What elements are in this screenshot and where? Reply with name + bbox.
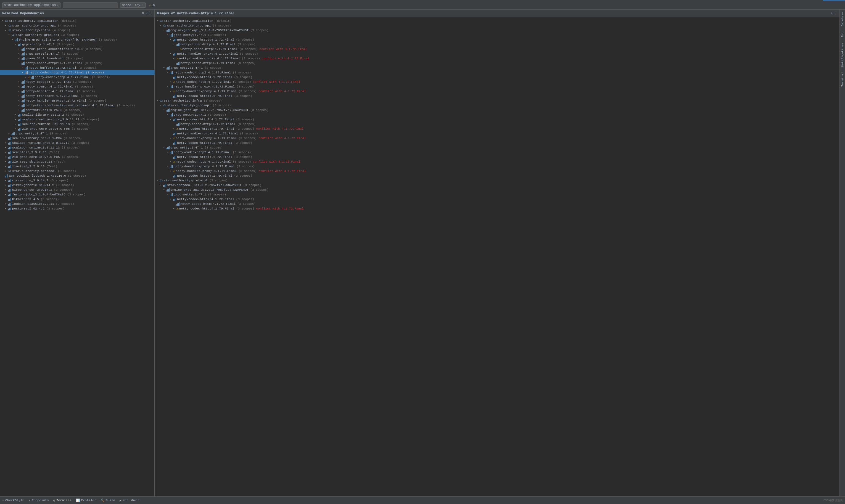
r-node-infra-handler-proxy-2[interactable]: netty-handler-proxy:4.1.72.Final (3 scop… [155, 164, 840, 169]
node-netty-codec-http-warning[interactable]: ⚠ netty-codec-http:4.1.79.Final (3 scope… [0, 75, 154, 79]
node-engine-grpc[interactable]: engine-grpc-api_3:1.0.2-7957f7b7-SNAPSHO… [0, 37, 154, 42]
r-node-infra-engine[interactable]: engine-grpc-api_3:1.0.2-7957f7b7-SNAPSHO… [155, 108, 840, 112]
r-node-infra-codec-warn[interactable]: ⚠ netty-codec-http:4.1.79.Final (3 scope… [155, 126, 840, 131]
r-node-infra[interactable]: 🗂 star-authority-infra (3 scopes) [155, 98, 840, 103]
node-netty-codec-http-selected[interactable]: netty-codec-http:4.1.72.Final (3 scopes) [0, 70, 154, 75]
bottom-profiler[interactable]: 📊 Profiler [76, 499, 96, 502]
r-node-codec-http-2[interactable]: netty-codec-http:4.1.72.Final (3 scopes) [155, 75, 840, 79]
r-node-codec-http2-2[interactable]: netty-codec-http2:4.1.72.Final (3 scopes… [155, 70, 840, 75]
node-scalapb-grpc[interactable]: scalapb-runtime-grpc_3:0.11.13 (3 scopes… [0, 117, 154, 122]
node-apm-toolkit[interactable]: apm-toolkit-logback-1.x:8.16.0 (3 scopes… [0, 173, 154, 178]
r-node-infra-grpc-netty[interactable]: grpc-netty:1.47.1 (3 scopes) [155, 112, 840, 117]
node-netty-codec-http2[interactable]: netty-codec-http2:4.1.72.Final (3 scopes… [0, 61, 154, 66]
node-scalapb-runtime[interactable]: scalapb-runtime_3:0.11.13 (3 scopes) [0, 122, 154, 126]
node-grpc-core[interactable]: grpc-core:[1.47.1] (3 scopes) [0, 51, 154, 56]
menu-icon[interactable]: ☰ [149, 11, 152, 16]
sidebar-database[interactable]: Database [841, 12, 844, 26]
node-grpc-netty-top[interactable]: grpc-netty:1.47.1 (3 scopes) [0, 131, 154, 136]
r-node-codec-http2-1[interactable]: netty-codec-http2:4.1.72.Final (3 scopes… [155, 37, 840, 42]
node-scalatest[interactable]: scalatest_3:3.2.13 (Test) [0, 150, 154, 155]
node-fusion-jdbc[interactable]: fusion-jdbc_3:1.0.4-bed78a35 (3 scopes) [0, 192, 154, 197]
r-node-infra-grpc[interactable]: 🗂 star-authority-grpc-api (3 scopes) [155, 103, 840, 108]
r-node-protocol-sub[interactable]: star-protocol_3:1.0.2-7957f7b7-SNAPSHOT … [155, 183, 840, 187]
node-scala3-rc4[interactable]: scala3-library_3:3.3.1-RC4 (3 scopes) [0, 136, 154, 141]
r-node-protocol-engine[interactable]: engine-grpc-api_3:1.0.2-7957f7b7-SNAPSHO… [155, 187, 840, 192]
sidebar-notifications[interactable]: Notifications [841, 43, 844, 67]
node-grpc-api[interactable]: 🗂 star-authority-grpc-api (4 scopes) [0, 23, 154, 28]
collapse-icon[interactable]: ⊟ [142, 11, 144, 16]
expand-all-icon[interactable]: ☰ [834, 11, 837, 16]
search-input[interactable] [63, 2, 118, 8]
left-tree[interactable]: 🗂 star-authority-application (default) 🗂… [0, 17, 154, 496]
sidebar-terminal[interactable]: Terminal [841, 72, 844, 87]
sidebar-sbt[interactable]: Sbt [841, 32, 844, 38]
node-postgresql[interactable]: postgresql:42.4.2 (3 scopes) [0, 206, 154, 211]
node-logback-classic[interactable]: logback-classic:1.2.11 (3 scopes) [0, 201, 154, 206]
node-zio-grpc-2[interactable]: zio-grpc-core_3:0.6.0-rc5 (3 scopes) [0, 155, 154, 159]
settings-icon[interactable]: ⚙ [153, 3, 155, 7]
scope-selector[interactable]: Scope: Any ▾ [120, 2, 146, 8]
r-node-infra-codec-http2-2[interactable]: netty-codec-http2:4.1.72.Final (3 scopes… [155, 150, 840, 155]
r-node-codec-79-2[interactable]: netty-codec-http:4.1.79.Final (3 scopes) [155, 94, 840, 98]
bottom-services[interactable]: ⚙ Services [53, 499, 72, 502]
node-netty-handler-proxy[interactable]: netty-handler-proxy:4.1.72.Final (3 scop… [0, 98, 154, 103]
collapse-all-icon[interactable]: ⇅ [831, 11, 832, 16]
node-zio-test[interactable]: zio-test_3:2.0.13 (Test) [0, 164, 154, 169]
r-node-codec-http-warn-2[interactable]: ⚠ netty-codec-http:4.1.79.Final (3 scope… [155, 79, 840, 84]
node-circe-parser[interactable]: circe-parser_3:0.14.2 (3 scopes) [0, 187, 154, 192]
node-scalapb-runtime-2[interactable]: scalapb-runtime_3:0.11.13 (3 scopes) [0, 145, 154, 150]
r-node-infra-codec-79-2[interactable]: netty-codec-http:4.1.79.Final (3 scopes) [155, 173, 840, 178]
r-node-infra-codec-79[interactable]: netty-codec-http:4.1.79.Final (3 scopes) [155, 141, 840, 145]
bottom-endpoints[interactable]: ⚡ Endpoints [29, 499, 49, 502]
r-node-infra-handler-proxy[interactable]: netty-handler-proxy:4.1.72.Final (3 scop… [155, 131, 840, 136]
node-error-prone[interactable]: error_prone_annotations:2.10.0 (3 scopes… [0, 47, 154, 51]
r-node-protocol[interactable]: 🗂 star-authority-protocol (3 scopes) [155, 178, 840, 183]
r-node-infra-codec-http2[interactable]: netty-codec-http2:4.1.72.Final (3 scopes… [155, 117, 840, 122]
node-infra[interactable]: 🗂 star-authority-infra (4 scopes) [0, 28, 154, 33]
right-tree[interactable]: 🗂 star-authority-application (default) 🗂… [155, 17, 840, 496]
node-zio-test-sbt[interactable]: zio-test-sbt_3:2.0.13 (Test) [0, 159, 154, 164]
r-node-handler-proxy-2[interactable]: netty-handler-proxy:4.1.72.Final (3 scop… [155, 84, 840, 89]
r-node-star-app[interactable]: 🗂 star-authority-application (default) [155, 18, 840, 23]
node-netty-transport-native[interactable]: netty-transport-native-unix-common:4.1.7… [0, 103, 154, 108]
r-node-codec-http-1[interactable]: netty-codec-http:4.1.72.Final (3 scopes) [155, 42, 840, 47]
node-grpc-netty[interactable]: grpc-netty:1.47.1 (3 scopes) [0, 42, 154, 47]
r-node-infra-handler-proxy-warn-2[interactable]: ⚠ netty-handler-proxy:4.1.79.Final (3 sc… [155, 169, 840, 173]
r-node-handler-proxy-1[interactable]: netty-handler-proxy:4.1.72.Final (3 scop… [155, 51, 840, 56]
r-node-codec-http-warn-1[interactable]: ⚠ netty-codec-http:4.1.79.Final (3 scope… [155, 47, 840, 51]
node-protocol[interactable]: 🗂 star-authority-protocol (3 scopes) [0, 169, 154, 173]
node-zio-grpc-core[interactable]: zio-grpc-core_3:0.6.0-rc5 (3 scopes) [0, 126, 154, 131]
node-netty-handler[interactable]: netty-handler:4.1.72.Final (3 scopes) [0, 89, 154, 94]
r-node-infra-codec-72[interactable]: netty-codec-http:4.1.72.Final (3 scopes) [155, 155, 840, 159]
node-hikaricp[interactable]: HikariCP:3.4.5 (3 scopes) [0, 197, 154, 201]
sort-icon[interactable]: ⇅ [145, 11, 147, 16]
r-node-infra-grpc-netty-2[interactable]: grpc-netty:1.47.1 (3 scopes) [155, 145, 840, 150]
r-node-engine-grpc[interactable]: engine-grpc-api_3:1.0.2-7957f7b7-SNAPSHO… [155, 28, 840, 33]
node-netty-common[interactable]: netty-common:4.1.72.Final (3 scopes) [0, 84, 154, 89]
node-circe-core[interactable]: circe-core_3:0.14.2 (3 scopes) [0, 178, 154, 183]
node-netty-transport[interactable]: netty-transport:4.1.72.Final (3 scopes) [0, 94, 154, 98]
r-node-grpc-netty[interactable]: grpc-netty:1.47.1 (3 scopes) [155, 33, 840, 37]
warning-icon[interactable]: ⚠ [149, 3, 151, 7]
r-node-grpc-api[interactable]: 🗂 star-authority-grpc-api (3 scopes) [155, 23, 840, 28]
node-scala3-library[interactable]: scala3-library_3:3.2.2 (3 scopes) [0, 112, 154, 117]
r-node-grpc-netty-2[interactable]: grpc-netty:1.47.1 (3 scopes) [155, 66, 840, 70]
project-selector[interactable]: star-authority-application ▾ [2, 2, 60, 8]
node-star-authority-application[interactable]: 🗂 star-authority-application (default) [0, 18, 154, 23]
r-node-handler-proxy-warn-1[interactable]: ⚠ netty-handler-proxy:4.1.79.Final (3 sc… [155, 56, 840, 61]
r-node-infra-codec-http[interactable]: netty-codec-http:4.1.72.Final (3 scopes) [155, 122, 840, 126]
bottom-build[interactable]: 🔨 Build [101, 499, 115, 502]
r-node-protocol-codec-http2[interactable]: netty-codec-http2:4.1.72.Final (3 scopes… [155, 197, 840, 201]
r-node-codec-http-79-1[interactable]: netty-codec-http:4.1.79.Final (3 scopes) [155, 61, 840, 66]
node-grpc-api-3[interactable]: 🗂 star-authority-grpc-api (3 scopes) [0, 33, 154, 37]
node-scalapb-grpc-2[interactable]: scalapb-runtime-grpc_3:0.11.13 (3 scopes… [0, 141, 154, 145]
r-node-protocol-codec-warn[interactable]: ⚠ netty-codec-http:4.1.79.Final (3 scope… [155, 206, 840, 211]
r-node-handler-proxy-warn-2[interactable]: ⚠ netty-handler-proxy:4.1.79.Final (3 sc… [155, 89, 840, 94]
node-netty-buffer[interactable]: netty-buffer:4.1.72.Final (3 scopes) [0, 66, 154, 70]
bottom-sbt-shell[interactable]: ▶ sbt shell [120, 499, 140, 502]
node-circe-generic[interactable]: circe-generic_3:0.14.2 (3 scopes) [0, 183, 154, 187]
r-node-infra-handler-proxy-warn[interactable]: ⚠ netty-handler-proxy:4.1.79.Final (3 sc… [155, 136, 840, 141]
node-perfmark[interactable]: perfmark-api:0.25.0 (3 scopes) [0, 108, 154, 112]
node-guava[interactable]: guava:31.0.1-android (3 scopes) [0, 56, 154, 61]
r-node-infra-codec-warn-2[interactable]: ⚠ netty-codec-http:4.1.79.Final (3 scope… [155, 159, 840, 164]
